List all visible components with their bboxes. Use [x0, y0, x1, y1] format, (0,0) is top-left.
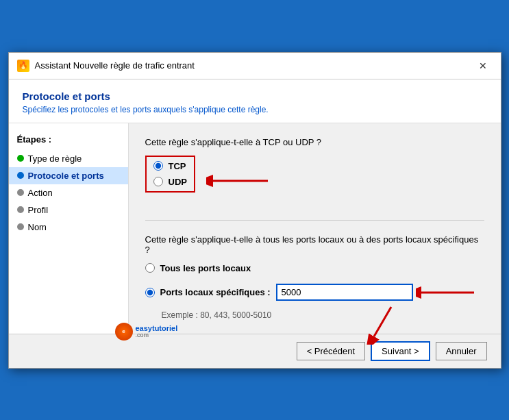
example-text: Exemple : 80, 443, 5000-5010 — [162, 310, 484, 320]
dot-blue-icon — [17, 172, 24, 179]
protocol-question: Cette règle s'applique-t-elle à TCP ou U… — [145, 137, 484, 147]
dot-gray-action-icon — [17, 189, 24, 196]
brand-name: easytutoriel — [136, 325, 178, 332]
title-text: Assistant Nouvelle règle de trafic entra… — [35, 60, 195, 71]
radio-udp-input[interactable] — [153, 177, 163, 186]
sidebar-item-profil[interactable]: Profil — [9, 201, 128, 219]
ports-radio-group: Tous les ports locaux Ports locaux spéci… — [145, 263, 484, 305]
dot-green-icon — [17, 155, 24, 162]
main-content: Cette règle s'applique-t-elle à TCP ou U… — [129, 123, 501, 334]
title-icon: 🔥 — [17, 60, 29, 72]
arrow-next-indicator — [357, 304, 405, 345]
radio-tcp[interactable]: TCP — [153, 161, 187, 171]
sidebar-item-protocole-et-ports[interactable]: Protocole et ports — [9, 167, 128, 184]
brand-icon-text: e — [122, 328, 125, 334]
brand-sub: .com — [136, 332, 178, 338]
radio-tcp-input[interactable] — [153, 161, 163, 171]
brand-text-group: easytutoriel .com — [136, 325, 178, 338]
radio-specific-ports-input[interactable] — [145, 288, 155, 297]
dialog-footer: < Précédent Suivant > Annuler — [9, 334, 501, 368]
sidebar-label-nom: Nom — [28, 222, 47, 232]
ports-section: Cette règle s'applique-t-elle à tous les… — [145, 234, 484, 320]
sidebar-label-action: Action — [28, 188, 53, 198]
radio-udp-label: UDP — [169, 177, 187, 187]
divider — [145, 220, 484, 221]
svg-line-5 — [374, 307, 391, 336]
dialog-body: Étapes : Type de règle Protocole et port… — [9, 123, 501, 334]
prev-button[interactable]: < Précédent — [297, 342, 365, 360]
page-subtitle: Spécifiez les protocoles et les ports au… — [23, 105, 487, 114]
dialog: 🔥 Assistant Nouvelle règle de trafic ent… — [8, 52, 501, 369]
sidebar-label-type: Type de règle — [28, 153, 82, 164]
cancel-button[interactable]: Annuler — [436, 342, 487, 360]
radio-all-ports-input[interactable] — [145, 263, 155, 273]
dot-gray-nom-icon — [17, 223, 24, 230]
radio-all-ports[interactable]: Tous les ports locaux — [145, 263, 484, 273]
brand-icon: e — [115, 323, 133, 341]
next-button-area: Suivant > — [371, 341, 430, 361]
sidebar-item-nom[interactable]: Nom — [9, 219, 128, 236]
sidebar: Étapes : Type de règle Protocole et port… — [9, 123, 129, 334]
brand: e easytutoriel .com — [115, 323, 178, 341]
sidebar-label-profil: Profil — [28, 205, 49, 215]
sidebar-item-type-de-regle[interactable]: Type de règle — [9, 150, 128, 167]
radio-all-ports-label: Tous les ports locaux — [160, 263, 251, 273]
dot-gray-profil-icon — [17, 206, 24, 213]
sidebar-item-action[interactable]: Action — [9, 184, 128, 201]
title-bar-left: 🔥 Assistant Nouvelle règle de trafic ent… — [17, 60, 195, 72]
close-button[interactable]: ✕ — [473, 58, 493, 73]
sidebar-title: Étapes : — [9, 134, 128, 150]
radio-specific-ports-label: Ports locaux spécifiques : — [160, 287, 271, 297]
footer-area: < Précédent Suivant > Annuler — [297, 341, 487, 361]
sidebar-label-protocole: Protocole et ports — [28, 171, 104, 181]
protocol-options-box: TCP UDP — [145, 156, 195, 193]
radio-udp[interactable]: UDP — [153, 177, 187, 187]
page-title: Protocole et ports — [23, 90, 487, 102]
arrow-tcp-indicator — [206, 167, 275, 195]
radio-specific-ports[interactable]: Ports locaux spécifiques : — [145, 287, 271, 297]
title-bar: 🔥 Assistant Nouvelle règle de trafic ent… — [9, 53, 501, 79]
dialog-header: Protocole et ports Spécifiez les protoco… — [9, 79, 501, 123]
port-value-input[interactable]: 5000 — [276, 284, 413, 301]
radio-tcp-label: TCP — [169, 161, 186, 171]
ports-question: Cette règle s'applique-t-elle à tous les… — [145, 234, 484, 255]
arrow-ports-indicator — [416, 280, 477, 305]
